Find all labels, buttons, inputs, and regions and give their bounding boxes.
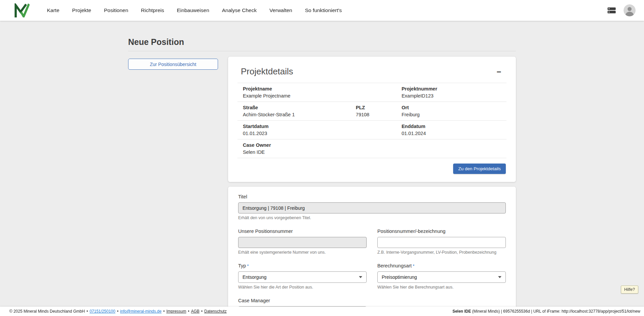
project-row-1: Projektname Example Projectname Projektn… <box>237 83 506 102</box>
project-row-2: Straße Achim-Stocker-Straße 1 PLZ 79108 … <box>237 102 506 120</box>
go-to-project-details-button[interactable]: Zu den Projektdetails <box>453 164 506 174</box>
server-icon[interactable] <box>607 7 616 14</box>
required-marker: * <box>413 263 414 268</box>
field-label: Ort <box>401 105 506 111</box>
unsere-positionsnummer-label: Unsere Positionsnummer <box>238 229 367 234</box>
project-details-card: Projektdetails – Projektname Example Pro… <box>228 57 516 182</box>
field-ort: Ort Freiburg <box>396 105 506 118</box>
field-projektname: Projektname Example Projectname <box>237 86 351 99</box>
project-details-grid: Projektname Example Projectname Projektn… <box>237 83 506 158</box>
typ-label-text: Typ <box>238 263 246 268</box>
positionsnummer-helper-text: Z.B. Interne-Vorgangsnummer, LV-Position… <box>377 250 506 255</box>
berechnungsart-label: Berechnungsart* <box>377 263 506 269</box>
separator-dot: • <box>87 309 88 314</box>
typ-field-group: Typ* Entsorgung Wählen Sie hier die Art … <box>238 263 367 290</box>
titel-helper-text: Erhält den von uns vorgegebenen Titel. <box>238 215 506 220</box>
footer-datenschutz-link[interactable]: Datenschutz <box>204 309 227 314</box>
case-manager-label: Case Manager <box>238 298 367 304</box>
field-value: 01.01.2023 <box>243 130 351 136</box>
right-column: Projektdetails – Projektname Example Pro… <box>228 57 516 307</box>
collapse-card-button[interactable]: – <box>495 67 503 75</box>
separator-dot: • <box>201 309 203 314</box>
footer: © 2025 Mineral Minds Deutschland GmbH • … <box>0 307 644 316</box>
positionsnummer-input[interactable] <box>377 237 506 248</box>
nav-item-einbauweisen[interactable]: Einbauweisen <box>177 7 209 13</box>
positionsnummer-label: Positionsnummer/-bezeichnung <box>377 229 506 234</box>
chevron-down-icon <box>498 276 501 278</box>
berechnungsart-label-text: Berechnungsart <box>377 263 412 268</box>
field-startdatum: Startdatum 01.01.2023 <box>237 123 351 136</box>
footer-session-info: Selen IDE (Mineral Minds) | 69576255536d… <box>452 309 640 314</box>
field-label: Straße <box>243 105 351 111</box>
footer-session-details: (Mineral Minds) | 69576255536d | URL of … <box>471 309 640 314</box>
typ-select-value: Entsorgung <box>243 274 267 280</box>
field-value: Example Projectname <box>243 93 351 99</box>
nav-item-analyse-check[interactable]: Analyse Check <box>222 7 257 13</box>
footer-info: © 2025 Mineral Minds Deutschland GmbH • … <box>9 309 227 314</box>
field-value: Freiburg <box>401 112 506 118</box>
berechnungsart-field-group: Berechnungsart* Preisoptimierung Wählen … <box>377 263 506 290</box>
navbar: Karte Projekte Positionen Richtpreis Ein… <box>0 0 644 21</box>
berechnungsart-select[interactable]: Preisoptimierung <box>377 271 506 283</box>
back-to-positions-button[interactable]: Zur Positionsübersicht <box>128 59 218 70</box>
page-title: Neue Position <box>128 37 516 47</box>
field-value: Selen IDE <box>243 149 351 155</box>
typ-label: Typ* <box>238 263 367 269</box>
field-label: Case Owner <box>243 142 351 148</box>
left-column: Zur Positionsübersicht <box>128 57 218 70</box>
titel-label: Titel <box>238 194 506 200</box>
separator-dot: • <box>117 309 118 314</box>
berechnungsart-select-value: Preisoptimierung <box>382 274 417 280</box>
nav-item-verwalten[interactable]: Verwalten <box>269 7 292 13</box>
field-label: Startdatum <box>243 123 351 129</box>
help-button[interactable]: Hilfe? <box>621 286 638 294</box>
footer-agb-link[interactable]: AGB <box>191 309 199 314</box>
field-plz: PLZ 79108 <box>351 105 396 118</box>
positionsnummer-field-group: Positionsnummer/-bezeichnung Z.B. Intern… <box>377 229 506 255</box>
nav-item-positionen[interactable]: Positionen <box>104 7 128 13</box>
berechnungsart-helper-text: Wählen Sie hier die Berechnungsart aus. <box>377 285 506 290</box>
user-avatar[interactable] <box>624 4 636 16</box>
field-value: Achim-Stocker-Straße 1 <box>243 112 351 118</box>
project-card-title: Projektdetails <box>241 66 293 77</box>
footer-phone-link[interactable]: 07151/250100 <box>90 309 115 314</box>
footer-impressum-link[interactable]: Impressum <box>166 309 186 314</box>
field-strasse: Straße Achim-Stocker-Straße 1 <box>237 105 351 118</box>
nav-item-richtpreis[interactable]: Richtpreis <box>141 7 164 13</box>
field-enddatum: Enddatum 01.01.2024 <box>396 123 506 136</box>
field-case-owner: Case Owner Selen IDE <box>237 142 351 155</box>
unsere-positionsnummer-helper-text: Erhält eine systemgenerierte Nummer von … <box>238 250 367 255</box>
field-label: Projektname <box>243 86 351 92</box>
field-label: Enddatum <box>401 123 506 129</box>
typ-helper-text: Wählen Sie hier die Art der Position aus… <box>238 285 367 290</box>
navbar-right <box>607 4 636 16</box>
separator-dot: • <box>188 309 189 314</box>
case-manager-field-group: Case Manager <box>238 298 367 307</box>
titel-field-group: Titel Erhält den von uns vorgegebenen Ti… <box>238 194 506 220</box>
footer-email-link[interactable]: info@mineral-minds.de <box>120 309 162 314</box>
title-divider <box>128 51 516 51</box>
main-navigation: Karte Projekte Positionen Richtpreis Ein… <box>47 7 342 13</box>
unsere-positionsnummer-field-group: Unsere Positionsnummer Erhält eine syste… <box>238 229 367 255</box>
field-value: 79108 <box>356 112 396 118</box>
nav-item-so-funktionierts[interactable]: So funktioniert's <box>305 7 342 13</box>
field-label: Projektnummer <box>401 86 506 92</box>
nav-item-projekte[interactable]: Projekte <box>72 7 91 13</box>
field-projektnummer: Projektnummer ExampleID123 <box>396 86 506 99</box>
typ-select[interactable]: Entsorgung <box>238 271 367 283</box>
titel-input <box>238 202 506 213</box>
position-form-card: Titel Erhält den von uns vorgegebenen Ti… <box>228 187 516 307</box>
logo[interactable] <box>14 3 30 17</box>
copyright-text: © 2025 Mineral Minds Deutschland GmbH <box>9 309 85 314</box>
separator-dot: • <box>163 309 165 314</box>
chevron-down-icon <box>359 276 362 278</box>
main-content: Neue Position Zur Positionsübersicht Pro… <box>0 21 644 307</box>
required-marker: * <box>247 263 249 268</box>
project-row-3: Startdatum 01.01.2023 Enddatum 01.01.202… <box>237 120 506 139</box>
person-icon <box>624 4 636 16</box>
unsere-positionsnummer-input <box>238 237 367 248</box>
footer-user-name: Selen IDE <box>452 309 471 314</box>
nav-item-karte[interactable]: Karte <box>47 7 59 13</box>
field-value: 01.01.2024 <box>401 130 506 136</box>
project-row-4: Case Owner Selen IDE <box>237 139 506 158</box>
